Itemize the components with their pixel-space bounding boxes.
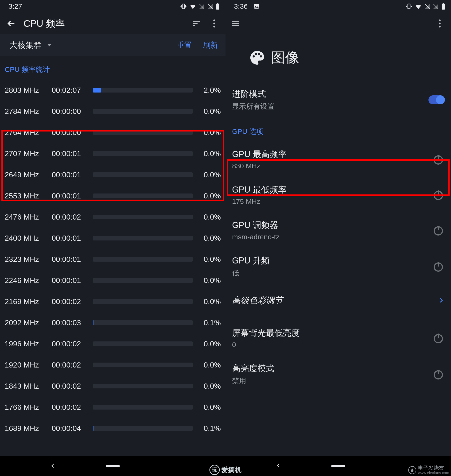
- back-button[interactable]: [5, 18, 18, 29]
- setting-row[interactable]: 屏幕背光最低亮度0: [226, 320, 451, 356]
- usage-bar: [93, 426, 193, 431]
- wifi-icon: [415, 3, 422, 10]
- pct-value: 0.0%: [198, 403, 221, 412]
- setting-row[interactable]: GPU 最高频率830 MHz: [226, 142, 451, 177]
- cluster-dropdown[interactable]: 大核集群: [9, 40, 177, 51]
- status-bar-left: 3:27: [0, 0, 226, 13]
- frequency-row[interactable]: 2476 MHz00:00:020.0%: [0, 206, 226, 228]
- setting-sub: 显示所有设置: [232, 102, 428, 111]
- setting-trailing: [432, 332, 445, 344]
- freq-value: 2803 MHz: [5, 86, 52, 95]
- nav-back-icon[interactable]: [49, 462, 56, 470]
- frequency-row[interactable]: 2400 MHz00:00:010.0%: [0, 228, 226, 249]
- time-value: 00:00:02: [52, 361, 93, 369]
- screenshot-icon: [253, 3, 260, 9]
- signal-disabled-icon: [199, 3, 205, 9]
- pct-value: 0.0%: [198, 361, 221, 369]
- setting-label: GPU 最高频率: [232, 149, 432, 160]
- time-value: 00:00:00: [52, 107, 93, 116]
- setting-row[interactable]: GPU 调频器msm-adreno-tz: [226, 212, 451, 248]
- frequency-row[interactable]: 2323 MHz00:00:010.0%: [0, 249, 226, 270]
- setting-trailing: [432, 368, 445, 380]
- power-icon: [432, 153, 445, 166]
- frequency-row[interactable]: 2246 MHz00:00:010.0%: [0, 270, 226, 291]
- time-value: 00:00:01: [52, 276, 93, 285]
- svg-point-3: [213, 19, 215, 21]
- gpu-section-title: GPU 选项: [226, 118, 451, 142]
- freq-value: 1843 MHz: [5, 382, 52, 390]
- frequency-row[interactable]: 1689 MHz00:00:040.1%: [0, 418, 226, 439]
- frequency-row[interactable]: 2707 MHz00:00:010.0%: [0, 143, 226, 164]
- time-value: 00:00:01: [52, 171, 93, 179]
- overflow-menu-icon[interactable]: [209, 18, 220, 29]
- pct-value: 0.0%: [198, 255, 221, 264]
- sort-icon[interactable]: [191, 18, 202, 29]
- frequency-row[interactable]: 1996 MHz00:00:020.0%: [0, 333, 226, 354]
- setting-label: GPU 升频: [232, 255, 432, 266]
- frequency-row[interactable]: 2092 MHz00:00:030.1%: [0, 312, 226, 333]
- freq-value: 2764 MHz: [5, 128, 52, 137]
- frequency-row[interactable]: 2764 MHz00:00:000.0%: [0, 122, 226, 143]
- status-time: 3:36: [234, 2, 260, 10]
- svg-rect-6: [254, 4, 259, 9]
- setting-label: 高级色彩调节: [232, 295, 438, 306]
- pct-value: 0.0%: [198, 213, 221, 222]
- status-bar-right: 3:36: [226, 0, 451, 13]
- pct-value: 0.0%: [198, 171, 221, 179]
- setting-row[interactable]: 高级色彩调节: [226, 285, 451, 315]
- power-icon: [432, 224, 445, 236]
- nav-home-icon[interactable]: [106, 464, 120, 468]
- svg-point-13: [253, 56, 255, 57]
- time-value: 00:00:02: [52, 382, 93, 390]
- section-header-title: 图像: [271, 48, 299, 67]
- frequency-row[interactable]: 1766 MHz00:00:020.0%: [0, 397, 226, 418]
- frequency-row[interactable]: 1843 MHz00:00:020.0%: [0, 376, 226, 397]
- frequency-row[interactable]: 1920 MHz00:00:020.0%: [0, 354, 226, 376]
- time-value: 00:00:01: [52, 255, 93, 264]
- signal-disabled-icon: [424, 3, 430, 9]
- frequency-row[interactable]: 2649 MHz00:00:010.0%: [0, 164, 226, 185]
- status-icons: [405, 3, 445, 10]
- frequency-row[interactable]: 2169 MHz00:00:020.0%: [0, 291, 226, 312]
- pct-value: 0.0%: [198, 340, 221, 348]
- freq-value: 2707 MHz: [5, 149, 52, 158]
- setting-trailing: [438, 295, 445, 305]
- svg-rect-7: [408, 4, 410, 9]
- setting-row[interactable]: GPU 升频低: [226, 248, 451, 285]
- usage-bar: [93, 215, 193, 219]
- usage-bar: [93, 193, 193, 198]
- setting-row[interactable]: 高亮度模式禁用: [226, 356, 451, 393]
- frequency-row[interactable]: 2784 MHz00:00:000.0%: [0, 101, 226, 122]
- usage-bar: [93, 130, 193, 135]
- time-value: 00:00:02: [52, 403, 93, 412]
- time-value: 00:00:01: [52, 234, 93, 243]
- svg-point-14: [255, 53, 257, 55]
- overflow-menu-icon[interactable]: [434, 18, 445, 29]
- watermark-center: 玩 爱搞机: [210, 465, 242, 475]
- pct-value: 0.0%: [198, 107, 221, 116]
- time-value: 00:00:00: [52, 128, 93, 137]
- setting-trailing: [432, 260, 445, 273]
- toggle-on[interactable]: [428, 95, 445, 104]
- cluster-label: 大核集群: [9, 40, 41, 51]
- setting-row[interactable]: GPU 最低频率175 MHz: [226, 177, 451, 212]
- power-icon: [432, 332, 445, 344]
- signal-disabled-icon: [207, 3, 213, 9]
- svg-point-5: [213, 26, 215, 27]
- nav-home-icon[interactable]: [331, 464, 345, 468]
- watermark-drop-icon: [408, 466, 416, 474]
- drawer-menu-icon[interactable]: [230, 18, 241, 29]
- usage-bar: [93, 405, 193, 409]
- setting-advanced-mode[interactable]: 进阶模式 显示所有设置: [226, 81, 451, 118]
- usage-bar: [93, 320, 193, 325]
- svg-rect-23: [106, 465, 120, 467]
- nav-back-icon[interactable]: [275, 462, 282, 470]
- reset-button[interactable]: 重置: [177, 40, 192, 50]
- pct-value: 0.0%: [198, 382, 221, 390]
- frequency-row[interactable]: 2803 MHz00:02:072.0%: [0, 80, 226, 101]
- chevron-right-icon: [438, 295, 445, 305]
- pct-value: 0.0%: [198, 192, 221, 200]
- refresh-button[interactable]: 刷新: [203, 40, 218, 50]
- cpu-frequency-pane: 3:27: [0, 0, 226, 476]
- frequency-row[interactable]: 2553 MHz00:00:010.0%: [0, 185, 226, 206]
